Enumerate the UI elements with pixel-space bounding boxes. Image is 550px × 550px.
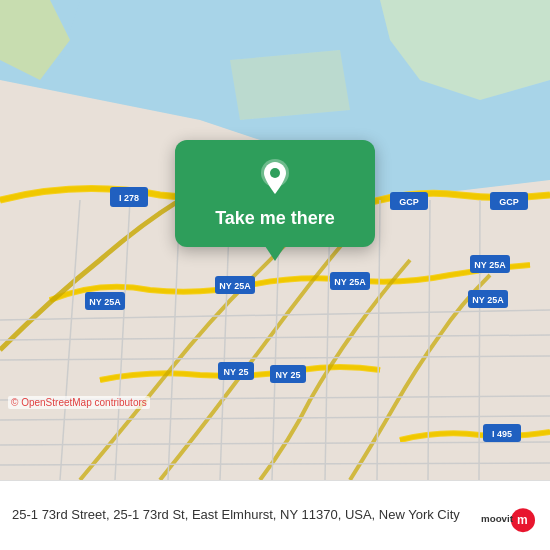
svg-text:GCP: GCP — [399, 197, 419, 207]
osm-credit-text: © OpenStreetMap contributors — [11, 397, 147, 408]
svg-marker-4 — [230, 50, 350, 120]
svg-text:m: m — [517, 512, 528, 526]
svg-text:moovit: moovit — [481, 512, 514, 523]
svg-point-46 — [270, 168, 280, 178]
svg-text:NY 25: NY 25 — [224, 367, 249, 377]
svg-text:I 278: I 278 — [119, 193, 139, 203]
svg-text:GCP: GCP — [499, 197, 519, 207]
popup-label: Take me there — [215, 208, 335, 229]
svg-text:NY 25A: NY 25A — [334, 277, 366, 287]
bottom-bar: 25-1 73rd Street, 25-1 73rd St, East Elm… — [0, 480, 550, 550]
osm-credit: © OpenStreetMap contributors — [8, 396, 150, 409]
svg-text:NY 25: NY 25 — [276, 370, 301, 380]
address-text: 25-1 73rd Street, 25-1 73rd St, East Elm… — [12, 506, 468, 524]
svg-text:NY 25A: NY 25A — [472, 295, 504, 305]
svg-text:NY 25A: NY 25A — [89, 297, 121, 307]
svg-line-22 — [479, 200, 480, 480]
location-pin-icon — [253, 156, 297, 200]
popup-card[interactable]: Take me there — [175, 140, 375, 247]
svg-text:I 495: I 495 — [492, 429, 512, 439]
svg-text:NY 25A: NY 25A — [474, 260, 506, 270]
map-container: I 278 NY 25A NY 25A NY 25A GCP GCP NY 25… — [0, 0, 550, 480]
svg-text:NY 25A: NY 25A — [219, 281, 251, 291]
moovit-logo: moovit m — [478, 496, 538, 536]
